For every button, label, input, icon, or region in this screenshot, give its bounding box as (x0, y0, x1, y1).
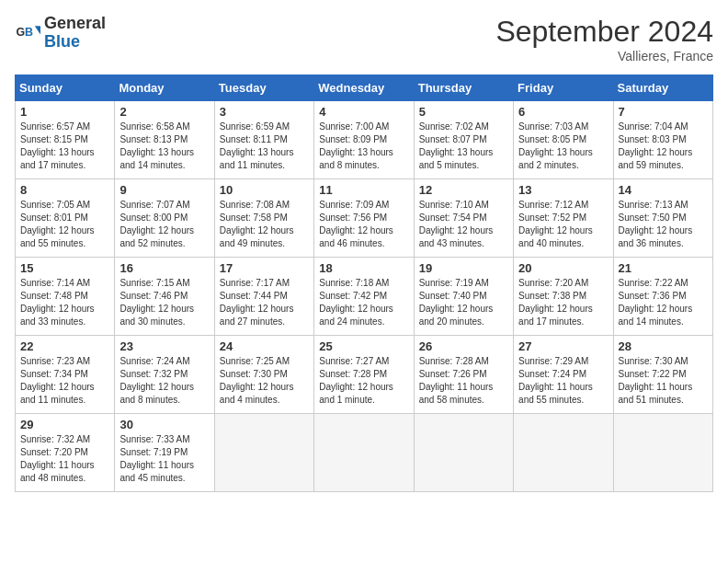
cell-info: Sunrise: 7:07 AM Sunset: 8:00 PM Dayligh… (119, 199, 209, 250)
svg-text:G: G (17, 26, 26, 39)
day-cell-12: 12 Sunrise: 7:10 AM Sunset: 7:54 PM Dayl… (414, 179, 513, 258)
col-friday: Friday (514, 75, 613, 101)
day-cell-16: 16 Sunrise: 7:15 AM Sunset: 7:46 PM Dayl… (115, 258, 214, 336)
cell-info: Sunrise: 7:03 AM Sunset: 8:05 PM Dayligh… (518, 121, 608, 172)
cell-info: Sunrise: 6:57 AM Sunset: 8:15 PM Dayligh… (20, 121, 109, 172)
cell-info: Sunrise: 7:24 AM Sunset: 7:32 PM Dayligh… (119, 355, 209, 407)
cell-info: Sunrise: 7:27 AM Sunset: 7:28 PM Dayligh… (319, 355, 408, 407)
day-number: 4 (319, 105, 408, 119)
day-cell-24: 24 Sunrise: 7:25 AM Sunset: 7:30 PM Dayl… (214, 336, 313, 414)
cell-info: Sunrise: 7:05 AM Sunset: 8:01 PM Dayligh… (20, 199, 109, 250)
logo-icon: G B (15, 20, 40, 46)
svg-marker-2 (35, 26, 40, 34)
cell-info: Sunrise: 7:20 AM Sunset: 7:38 PM Dayligh… (518, 277, 608, 328)
cell-info: Sunrise: 7:32 AM Sunset: 7:20 PM Dayligh… (20, 433, 109, 485)
day-cell-21: 21 Sunrise: 7:22 AM Sunset: 7:36 PM Dayl… (613, 258, 712, 336)
day-cell-14: 14 Sunrise: 7:13 AM Sunset: 7:50 PM Dayl… (613, 179, 712, 258)
day-number: 13 (518, 183, 608, 197)
cell-info: Sunrise: 7:04 AM Sunset: 8:03 PM Dayligh… (619, 121, 708, 172)
day-cell-6: 6 Sunrise: 7:03 AM Sunset: 8:05 PM Dayli… (514, 101, 613, 179)
day-number: 21 (619, 261, 708, 275)
day-number: 18 (319, 261, 408, 275)
day-cell-11: 11 Sunrise: 7:09 AM Sunset: 7:56 PM Dayl… (314, 179, 414, 258)
day-number: 14 (619, 183, 708, 197)
cell-info: Sunrise: 7:02 AM Sunset: 8:07 PM Dayligh… (419, 121, 508, 172)
cell-info: Sunrise: 7:25 AM Sunset: 7:30 PM Dayligh… (220, 355, 309, 407)
day-number: 8 (20, 183, 109, 197)
day-cell-7: 7 Sunrise: 7:04 AM Sunset: 8:03 PM Dayli… (613, 101, 712, 179)
month-title: September 2024 (495, 15, 713, 49)
cell-info: Sunrise: 7:23 AM Sunset: 7:34 PM Dayligh… (20, 355, 109, 407)
day-number: 30 (119, 418, 209, 431)
cell-info: Sunrise: 7:30 AM Sunset: 7:22 PM Dayligh… (619, 355, 708, 407)
day-cell-26: 26 Sunrise: 7:28 AM Sunset: 7:26 PM Dayl… (414, 336, 513, 414)
col-sunday: Sunday (16, 75, 115, 101)
cell-info: Sunrise: 7:19 AM Sunset: 7:40 PM Dayligh… (419, 277, 508, 328)
cell-info: Sunrise: 7:15 AM Sunset: 7:46 PM Dayligh… (119, 277, 209, 328)
day-number: 3 (220, 105, 309, 119)
day-number: 26 (419, 339, 508, 353)
empty-cell (613, 414, 712, 492)
cell-info: Sunrise: 6:58 AM Sunset: 8:13 PM Dayligh… (119, 121, 209, 172)
day-cell-18: 18 Sunrise: 7:18 AM Sunset: 7:42 PM Dayl… (314, 258, 414, 336)
col-saturday: Saturday (613, 75, 712, 101)
logo-text: GeneralBlue (44, 15, 106, 52)
cell-info: Sunrise: 7:22 AM Sunset: 7:36 PM Dayligh… (619, 277, 708, 328)
cell-info: Sunrise: 7:14 AM Sunset: 7:48 PM Dayligh… (20, 277, 109, 328)
day-cell-15: 15 Sunrise: 7:14 AM Sunset: 7:48 PM Dayl… (16, 258, 115, 336)
empty-cell (214, 414, 313, 492)
day-number: 1 (20, 105, 109, 119)
day-number: 2 (119, 105, 209, 119)
day-number: 20 (518, 261, 608, 275)
day-cell-28: 28 Sunrise: 7:30 AM Sunset: 7:22 PM Dayl… (613, 336, 712, 414)
day-cell-29: 29 Sunrise: 7:32 AM Sunset: 7:20 PM Dayl… (16, 414, 115, 492)
day-cell-8: 8 Sunrise: 7:05 AM Sunset: 8:01 PM Dayli… (16, 179, 115, 258)
col-tuesday: Tuesday (214, 75, 313, 101)
cell-info: Sunrise: 6:59 AM Sunset: 8:11 PM Dayligh… (220, 121, 309, 172)
logo: G B GeneralBlue (15, 15, 106, 52)
cell-info: Sunrise: 7:09 AM Sunset: 7:56 PM Dayligh… (319, 199, 408, 250)
cell-info: Sunrise: 7:10 AM Sunset: 7:54 PM Dayligh… (419, 199, 508, 250)
empty-cell (514, 414, 613, 492)
day-number: 7 (619, 105, 708, 119)
day-cell-9: 9 Sunrise: 7:07 AM Sunset: 8:00 PM Dayli… (115, 179, 214, 258)
col-wednesday: Wednesday (314, 75, 414, 101)
cell-info: Sunrise: 7:12 AM Sunset: 7:52 PM Dayligh… (518, 199, 608, 250)
location: Vallieres, France (495, 49, 713, 63)
svg-text:B: B (25, 26, 33, 39)
day-number: 25 (319, 339, 408, 353)
day-number: 10 (220, 183, 309, 197)
day-number: 23 (119, 339, 209, 353)
day-cell-19: 19 Sunrise: 7:19 AM Sunset: 7:40 PM Dayl… (414, 258, 513, 336)
col-monday: Monday (115, 75, 214, 101)
calendar-table: Sunday Monday Tuesday Wednesday Thursday… (15, 75, 713, 492)
day-number: 5 (419, 105, 508, 119)
day-cell-5: 5 Sunrise: 7:02 AM Sunset: 8:07 PM Dayli… (414, 101, 513, 179)
day-number: 22 (20, 339, 109, 353)
day-cell-3: 3 Sunrise: 6:59 AM Sunset: 8:11 PM Dayli… (214, 101, 313, 179)
day-number: 15 (20, 261, 109, 275)
day-cell-20: 20 Sunrise: 7:20 AM Sunset: 7:38 PM Dayl… (514, 258, 613, 336)
cell-info: Sunrise: 7:00 AM Sunset: 8:09 PM Dayligh… (319, 121, 408, 172)
day-number: 29 (20, 418, 109, 431)
day-cell-2: 2 Sunrise: 6:58 AM Sunset: 8:13 PM Dayli… (115, 101, 214, 179)
page-header: G B GeneralBlue September 2024 Vallieres… (15, 15, 713, 63)
cell-info: Sunrise: 7:08 AM Sunset: 7:58 PM Dayligh… (220, 199, 309, 250)
empty-cell (414, 414, 513, 492)
day-cell-10: 10 Sunrise: 7:08 AM Sunset: 7:58 PM Dayl… (214, 179, 313, 258)
cell-info: Sunrise: 7:33 AM Sunset: 7:19 PM Dayligh… (119, 433, 209, 485)
day-number: 6 (518, 105, 608, 119)
col-thursday: Thursday (414, 75, 513, 101)
day-number: 16 (119, 261, 209, 275)
empty-cell (314, 414, 414, 492)
day-cell-25: 25 Sunrise: 7:27 AM Sunset: 7:28 PM Dayl… (314, 336, 414, 414)
day-cell-27: 27 Sunrise: 7:29 AM Sunset: 7:24 PM Dayl… (514, 336, 613, 414)
day-number: 12 (419, 183, 508, 197)
cell-info: Sunrise: 7:13 AM Sunset: 7:50 PM Dayligh… (619, 199, 708, 250)
day-number: 27 (518, 339, 608, 353)
day-cell-4: 4 Sunrise: 7:00 AM Sunset: 8:09 PM Dayli… (314, 101, 414, 179)
cell-info: Sunrise: 7:29 AM Sunset: 7:24 PM Dayligh… (518, 355, 608, 407)
day-cell-23: 23 Sunrise: 7:24 AM Sunset: 7:32 PM Dayl… (115, 336, 214, 414)
cell-info: Sunrise: 7:17 AM Sunset: 7:44 PM Dayligh… (220, 277, 309, 328)
cell-info: Sunrise: 7:28 AM Sunset: 7:26 PM Dayligh… (419, 355, 508, 407)
